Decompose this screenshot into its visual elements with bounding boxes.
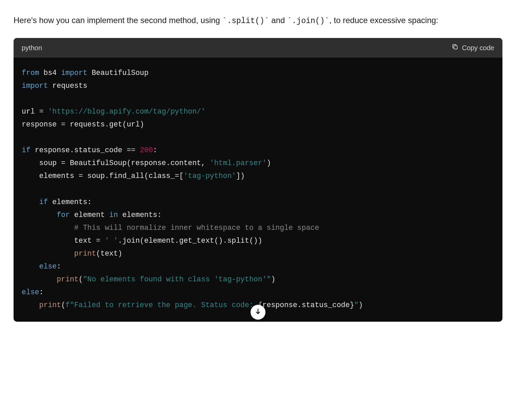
txt-soup-pre: soup = BeautifulSoup(response.content,	[22, 159, 210, 167]
code-header: python Copy code	[14, 38, 502, 58]
indent-1	[22, 198, 39, 206]
kw-else-2: else	[22, 288, 39, 296]
scroll-down-button[interactable]	[251, 305, 265, 320]
txt-soup-post: )	[267, 159, 271, 167]
txt-text-eq: text =	[22, 237, 105, 245]
kw-from: from	[22, 69, 39, 77]
txt-colon-1: :	[153, 146, 157, 154]
txt-elements-2: elements:	[118, 211, 162, 219]
copy-code-label: Copy code	[462, 42, 494, 54]
indent-7	[22, 301, 39, 309]
indent-2	[22, 211, 57, 219]
kw-else: else	[39, 262, 57, 271]
intro-text-post: , to reduce excessive spacing:	[329, 16, 438, 25]
txt-elements-post: ])	[236, 172, 245, 180]
intro-paragraph: Here's how you can implement the second …	[14, 14, 502, 28]
kw-for: for	[57, 211, 70, 219]
txt-elements-pre: elements = soup.find_all(class_=[	[22, 172, 183, 180]
fn-print-3: print	[39, 301, 61, 309]
str-html-parser: 'html.parser'	[210, 159, 267, 167]
fn-print-2: print	[57, 275, 79, 283]
comment-normalize: # This will normalize inner whitespace t…	[74, 224, 319, 232]
kw-if: if	[22, 146, 31, 154]
fstr-interp: {response.status_code}	[258, 301, 354, 309]
code-language-label: python	[22, 42, 42, 54]
indent-6	[22, 275, 57, 283]
indent-5	[22, 262, 39, 271]
svg-rect-0	[454, 46, 457, 49]
txt-element: element	[70, 211, 109, 219]
num-200: 200	[140, 146, 153, 154]
kw-import-2: import	[22, 82, 48, 90]
txt-response-get: response = requests.get(url)	[22, 120, 144, 128]
str-no-elements: "No elements found with class 'tag-pytho…	[83, 275, 271, 283]
intro-text-pre: Here's how you can implement the second …	[14, 16, 222, 25]
str-space: ' '	[105, 237, 118, 245]
txt-elements-colon: elements:	[48, 198, 92, 206]
txt-colon-2: :	[57, 262, 61, 271]
txt-colon-3: :	[39, 288, 44, 296]
fstr-fail-pre: f"Failed to retrieve the page. Status co…	[65, 301, 258, 309]
fstr-fail-end: "	[354, 301, 359, 309]
txt-print-text: (text)	[96, 249, 122, 258]
kw-in: in	[109, 211, 118, 219]
str-tag-python: 'tag-python'	[183, 172, 236, 180]
txt-open-paren-1: (	[79, 275, 83, 283]
inline-code-join: `.join()`	[287, 17, 329, 25]
txt-join-split: .join(element.get_text().split())	[118, 237, 262, 245]
copy-icon	[452, 42, 458, 54]
txt-close-paren-2: )	[359, 301, 363, 309]
code-content[interactable]: from bs4 import BeautifulSoup import req…	[14, 58, 502, 322]
indent-4	[22, 249, 74, 258]
code-block: python Copy code from bs4 import Beautif…	[14, 38, 502, 322]
intro-text-mid: and	[269, 16, 287, 25]
arrow-down-icon	[254, 305, 262, 319]
copy-code-button[interactable]: Copy code	[452, 42, 494, 54]
txt-open-paren-2: (	[61, 301, 65, 309]
kw-if-2: if	[39, 198, 48, 206]
txt-bs4: bs4	[39, 69, 61, 77]
txt-status-eq: response.status_code ==	[31, 146, 140, 154]
txt-BeautifulSoup: BeautifulSoup	[87, 69, 149, 77]
txt-requests: requests	[48, 82, 87, 90]
kw-import: import	[61, 69, 87, 77]
txt-close-paren-1: )	[271, 275, 275, 283]
inline-code-split: `.split()`	[222, 17, 269, 25]
indent-3	[22, 224, 74, 232]
fn-print: print	[74, 249, 96, 258]
str-url: 'https://blog.apify.com/tag/python/'	[48, 107, 205, 116]
txt-url-eq: url =	[22, 107, 48, 116]
